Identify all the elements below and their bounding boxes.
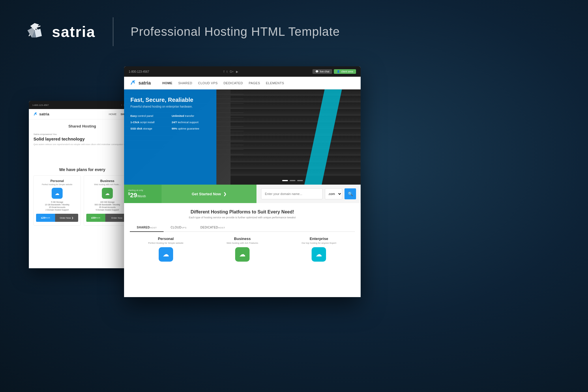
hero-feature-4: 24/7 technical support (172, 119, 210, 124)
brand-name: satria (52, 23, 95, 40)
cta-price-amount: $29/Month (128, 192, 158, 199)
sec-content: Shared Hosting Satria empowered You Soli… (29, 119, 136, 230)
chat-icon: 💬 (315, 70, 319, 73)
sec-plans-grid: Personal Perfect hosting for Simple webs… (33, 175, 131, 226)
domain-ext-select[interactable]: .com .net .org (325, 188, 342, 199)
sec-feature-block: Satria empowered You Solid layered techn… (33, 133, 131, 163)
sec-plan-personal-name: Personal (36, 179, 78, 183)
topbar-phone: 1-800-123-4567 (129, 70, 149, 73)
nav-pages[interactable]: PAGES (249, 81, 260, 85)
gp-icon: G+ (230, 70, 234, 73)
platforms-tabs: SHAREDhost CLOUDVPS DEDICATEDhost (130, 224, 355, 232)
search-icon: 🔍 (348, 192, 353, 196)
sec-topbar-phone: 1-800-123-4567 (32, 104, 49, 106)
yt-icon: ▶ (236, 70, 238, 73)
tab-shared[interactable]: SHAREDhost (130, 224, 164, 232)
get-started-button[interactable]: Get Started Now ❯ (162, 185, 256, 203)
plan-personal-name: Personal (130, 237, 202, 241)
sec-logo-icon (33, 112, 38, 117)
topbar-actions: 💬 live chat 👤 client area (312, 69, 356, 74)
nav-dedicated[interactable]: DEDICATED (224, 81, 243, 85)
nav-logo-icon (130, 80, 136, 86)
plan-enterprise-name: Enterprise (283, 237, 355, 241)
feature-storage: 5 GB Storage (36, 201, 78, 203)
plan-enterprise: Enterprise Our top hosting for anyone Ex… (283, 237, 355, 262)
sec-feature-label: Satria empowered You (33, 133, 136, 136)
plan-personal-icon: ☁ (159, 247, 173, 262)
feature-bandwidth: 10 GB Bandwidth / Monthly (36, 204, 78, 206)
hero-feature-3: 1-Click script install (130, 119, 169, 124)
slider-dots (282, 180, 303, 181)
feature-email-b: 35 Email Accounts (86, 206, 128, 208)
brand-tagline: Professional Hosting HTML Template (131, 25, 340, 39)
server-rack (231, 89, 361, 185)
nav-elements[interactable]: ELEMENTS (266, 81, 284, 85)
sec-plan-business-icon: ☁ (102, 188, 113, 199)
sec-plan-personal: Personal Perfect hosting for Simple webs… (33, 175, 81, 226)
feature-email: 15 Email Accounts (36, 206, 78, 208)
sec-nav: satria HOME SHARED (29, 109, 136, 119)
sec-plan-personal-features: 5 GB Storage 10 GB Bandwidth / Monthly 1… (36, 201, 78, 211)
sec-plan-personal-order[interactable]: Order Now ❯ (55, 214, 78, 222)
tab-dedicated[interactable]: DEDICATEDhost (194, 224, 232, 232)
nav-cloudvps[interactable]: CLOUD VPS (198, 81, 218, 85)
clientarea-button[interactable]: 👤 client area (334, 69, 356, 74)
hero-title: Fast, Secure, Realiable (130, 97, 210, 103)
livechat-button[interactable]: 💬 live chat (312, 69, 332, 74)
top-branding: satria Professional Hosting HTML Templat… (23, 17, 340, 46)
sec-nav-logo: satria (33, 112, 49, 117)
hero-subtitle: Powerful shared hosting on enterprise ha… (130, 105, 210, 108)
nav-links: HOME SHARED CLOUD VPS DEDICATED PAGES EL… (162, 81, 284, 85)
platforms-subtitle: Each type of hosting service we provide … (130, 216, 355, 219)
nav-logo-text: satria (138, 80, 151, 86)
feature-storage-b: 100 GB Storage (86, 201, 128, 203)
domain-search-button[interactable]: 🔍 (344, 188, 356, 199)
user-icon: 👤 (337, 70, 340, 73)
sec-plan-personal-icon: ☁ (52, 188, 63, 199)
arrow-icon: ❯ (223, 192, 226, 196)
sec-plan-business-cta: ≤59Month Order Now (86, 214, 128, 222)
sec-plan-personal-price: ≤29Month (36, 214, 55, 222)
browser-nav: satria HOME SHARED CLOUD VPS DEDICATED P… (124, 77, 361, 89)
platforms-title: Different Hosting Platforms to Suit Ever… (130, 209, 355, 215)
feature-domain-b: 5 Domain Hosted Support (86, 209, 128, 211)
dot-3[interactable] (297, 180, 303, 181)
dot-2[interactable] (290, 180, 295, 181)
hero-feature-5: SSD disk storage (130, 125, 169, 131)
plan-personal-desc: Perfect Hosting for Simple website (130, 242, 202, 244)
tab-cloudvps[interactable]: CLOUDVPS (164, 224, 193, 232)
domain-input[interactable] (261, 188, 323, 199)
facebook-icon: f (121, 104, 122, 106)
hero-feature-6: 99% uptime guarantee (172, 125, 210, 131)
sec-nav-logo-text: satria (39, 112, 49, 116)
brand-divider (113, 17, 113, 46)
feature-bandwidth-b: 500 GB Bandwidth / Monthly (86, 204, 128, 206)
cta-price-block: starting at only $29/Month (124, 185, 162, 203)
hero-feature-2: Unlimited transfer (172, 113, 210, 118)
nav-home[interactable]: HOME (162, 81, 173, 85)
browser-main: 1-800-123-4567 f t G+ ▶ 💬 live chat 👤 cl… (124, 66, 361, 297)
clientarea-label: client area (341, 70, 353, 73)
domain-bar: .com .net .org 🔍 (256, 185, 361, 203)
hero-section: HDD 1 HDD 2 LAN HDD 3 SATA HDD 4 HDD 5 (124, 89, 361, 185)
plan-business-desc: Web hosting with rich Features (206, 242, 278, 244)
nav-logo: satria (130, 80, 151, 86)
hero-feature-1: Easy control panel (130, 113, 169, 118)
livechat-label: live chat (320, 70, 329, 73)
plan-enterprise-desc: Our top hosting for anyone Expert (283, 242, 355, 244)
plans-grid: Personal Perfect Hosting for Simple webs… (130, 237, 355, 262)
plan-business: Business Web hosting with rich Features … (206, 237, 278, 262)
sec-nav-home[interactable]: HOME (109, 113, 117, 116)
plan-personal: Personal Perfect Hosting for Simple webs… (130, 237, 202, 262)
sec-topbar: 1-800-123-4567 f t g+ ▶ (29, 101, 136, 109)
dot-1[interactable] (282, 180, 288, 181)
sec-plan-personal-cta: ≤29Month Order Now ❯ (36, 214, 78, 222)
sec-plan-business-desc: Web hosting with rich Featu... (86, 183, 128, 185)
platforms-section: Different Hosting Platforms to Suit Ever… (124, 203, 361, 266)
topbar-social: f t G+ ▶ (224, 70, 238, 73)
cta-price-label: starting at only (128, 189, 158, 192)
main-logo-icon (23, 20, 46, 43)
cta-domain-row: starting at only $29/Month Get Started N… (124, 185, 361, 203)
plan-business-name: Business (206, 237, 278, 241)
nav-shared[interactable]: SHARED (178, 81, 192, 85)
